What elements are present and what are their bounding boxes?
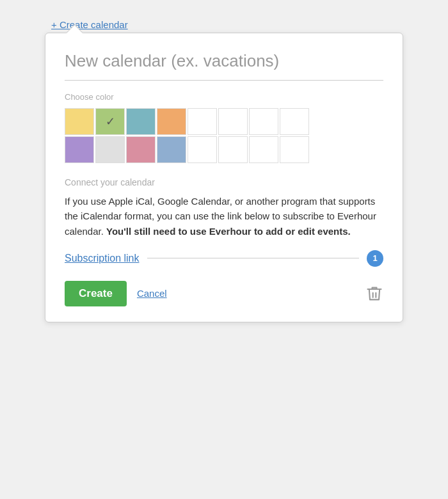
create-calendar-link[interactable]: + Create calendar bbox=[51, 19, 128, 30]
footer-row: Create Cancel bbox=[65, 281, 383, 306]
color-grid: ✓ bbox=[65, 108, 383, 163]
color-empty-7[interactable] bbox=[249, 136, 278, 163]
delete-icon[interactable] bbox=[365, 285, 383, 303]
connect-description: If you use Apple iCal, Google Calendar, … bbox=[65, 194, 383, 239]
color-empty-1[interactable] bbox=[188, 108, 217, 135]
color-empty-5[interactable] bbox=[188, 136, 217, 163]
calendar-popup: New calendar (ex. vacations) Choose colo… bbox=[45, 33, 403, 322]
color-blue[interactable] bbox=[157, 136, 186, 163]
connect-calendar-label: Connect your calendar bbox=[65, 177, 383, 187]
color-empty-4[interactable] bbox=[280, 108, 309, 135]
badge-count: 1 bbox=[367, 250, 383, 267]
color-light-gray[interactable] bbox=[95, 136, 125, 163]
cancel-link[interactable]: Cancel bbox=[137, 288, 167, 299]
description-bold: You'll still need to use Everhour to add… bbox=[106, 226, 351, 237]
color-orange[interactable] bbox=[157, 108, 186, 135]
subscription-divider-line bbox=[147, 258, 360, 258]
color-empty-6[interactable] bbox=[218, 136, 248, 163]
color-empty-3[interactable] bbox=[249, 108, 278, 135]
page-title: New calendar (ex. vacations) bbox=[65, 51, 383, 71]
subscription-link[interactable]: Subscription link bbox=[65, 253, 140, 264]
color-teal[interactable] bbox=[126, 108, 156, 135]
choose-color-label: Choose color bbox=[65, 92, 383, 102]
color-empty-2[interactable] bbox=[218, 108, 248, 135]
title-divider bbox=[65, 80, 383, 81]
footer-left: Create Cancel bbox=[65, 281, 167, 306]
color-yellow[interactable] bbox=[65, 108, 94, 135]
color-pink[interactable] bbox=[126, 136, 156, 163]
color-green[interactable]: ✓ bbox=[95, 108, 125, 135]
create-button[interactable]: Create bbox=[65, 281, 127, 306]
color-purple[interactable] bbox=[65, 136, 94, 163]
subscription-row: Subscription link 1 bbox=[65, 250, 383, 267]
color-empty-8[interactable] bbox=[280, 136, 309, 163]
